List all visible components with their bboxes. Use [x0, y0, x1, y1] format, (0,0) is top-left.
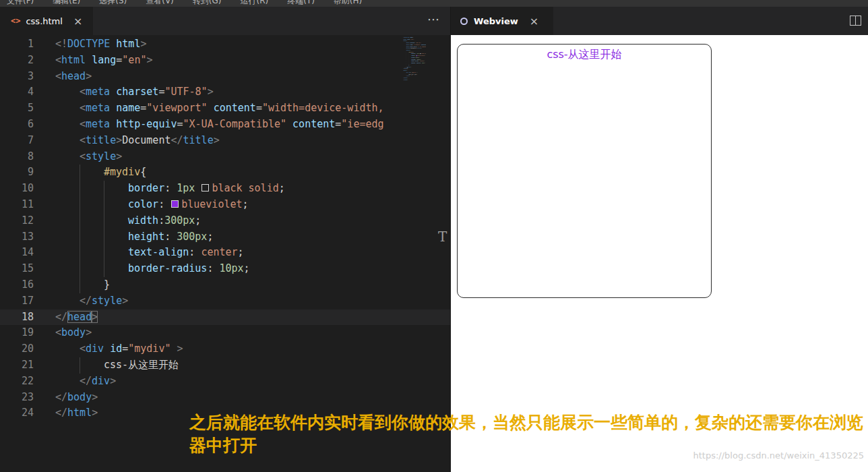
menu-item[interactable]: 查看(V): [146, 0, 174, 7]
indent-guide: [55, 261, 80, 277]
webview-icon: [460, 18, 468, 25]
indent-guide: [55, 374, 80, 390]
code-line[interactable]: 11color: blueviolet;: [0, 197, 450, 213]
indent-guide: [80, 213, 104, 229]
code-line[interactable]: 9#mydiv{: [0, 165, 450, 181]
menu-item[interactable]: 编辑(E): [53, 0, 80, 7]
code-line[interactable]: 22</div>: [0, 374, 450, 390]
code-line[interactable]: 20<div id="mydiv" >: [0, 341, 450, 357]
line-number: 3: [0, 69, 34, 85]
code-line-content: <meta charset="UTF-8">: [34, 84, 214, 100]
line-number: 13: [0, 229, 34, 245]
more-actions-icon[interactable]: ⋯: [427, 12, 439, 26]
code-line[interactable]: 6<meta http-equiv="X-UA-Compatible" cont…: [0, 117, 450, 133]
indent-guide: [55, 84, 80, 100]
close-icon[interactable]: ×: [530, 15, 538, 28]
code-line-content: <body>: [34, 325, 92, 341]
code-line[interactable]: 16}: [0, 277, 450, 293]
watermark: https://blog.csdn.net/weixin_41350225: [693, 450, 864, 461]
split-editor-icon[interactable]: [850, 16, 861, 26]
code-line-content: </body>: [34, 390, 98, 406]
line-number: 2: [0, 53, 34, 69]
code-line-content: width:300px;: [34, 213, 201, 229]
line-number: 6: [0, 117, 34, 133]
menu-item[interactable]: 转到(G): [193, 0, 222, 7]
rendered-box-text: css-从这里开始: [547, 48, 621, 61]
line-number: 16: [0, 277, 34, 293]
code-line[interactable]: 21css-从这里开始: [0, 357, 450, 374]
code-editor[interactable]: 1<!DOCTYPE html>2<html lang="en">3<head>…: [0, 35, 450, 472]
menu-item[interactable]: 选择(S): [99, 0, 127, 7]
color-swatch-black[interactable]: [202, 184, 209, 191]
menu-item[interactable]: 文件(F): [7, 0, 34, 7]
line-number: 10: [0, 181, 34, 197]
line-number: 20: [0, 341, 34, 357]
code-line-content: #mydiv{: [34, 165, 146, 181]
code-line-content: <div id="mydiv" >: [34, 341, 183, 357]
code-line[interactable]: 15border-radius: 10px;: [0, 261, 450, 277]
code-line[interactable]: 1<!DOCTYPE html>: [0, 36, 450, 53]
indent-guide: [104, 261, 128, 277]
code-line-content: height: 300px;: [34, 229, 213, 245]
code-line[interactable]: 7<title>Document</title>: [0, 133, 450, 149]
indent-guide: [55, 181, 80, 197]
line-number: 17: [0, 293, 34, 309]
code-line-content: color: blueviolet;: [34, 197, 249, 213]
line-number: 12: [0, 213, 34, 229]
code-line[interactable]: 3<head>: [0, 69, 450, 85]
code-line[interactable]: 13height: 300px;: [0, 229, 450, 245]
code-line[interactable]: 2<html lang="en">: [0, 53, 450, 69]
rendered-mydiv-box: css-从这里开始: [457, 44, 712, 298]
indent-guide: [55, 229, 80, 245]
code-line[interactable]: 23</body>: [0, 390, 450, 406]
indent-guide: [80, 357, 104, 374]
code-line[interactable]: 8<style>: [0, 149, 450, 165]
indent-guide: [55, 341, 80, 357]
tab-label: css.html: [26, 16, 62, 26]
close-icon[interactable]: ×: [73, 15, 82, 28]
indent-guide: [55, 293, 80, 309]
indent-guide: [55, 197, 80, 213]
code-line-content: }: [34, 277, 110, 293]
main-layout: <> css.html × ⋯ 1<!DOCTYPE html>2<html l…: [0, 7, 868, 472]
color-swatch-blueviolet[interactable]: [171, 200, 179, 208]
menu-item[interactable]: 帮助(H): [334, 0, 362, 7]
annotation-line-1: 之后就能在软件内实时看到你做的效果，当然只能展示一些简单的，复杂的还需要你在浏览: [189, 411, 863, 434]
code-line[interactable]: 17</style>: [0, 293, 450, 309]
line-number: 4: [0, 84, 34, 100]
webview-content: css-从这里开始: [451, 35, 868, 472]
indent-guide: [80, 181, 104, 197]
indent-guide: [55, 245, 80, 261]
line-number: 11: [0, 197, 34, 213]
indent-guide: [55, 149, 80, 165]
line-number: 19: [0, 325, 34, 341]
menu-item[interactable]: 终端(T): [287, 0, 315, 7]
indent-guide: [104, 181, 128, 197]
tab-css-html[interactable]: <> css.html ×: [0, 7, 93, 35]
webview-pane: Webview × css-从这里开始: [451, 7, 868, 472]
indent-guide: [80, 197, 104, 213]
menu-bar: 文件(F)编辑(E)选择(S)查看(V)转到(G)运行(R)终端(T)帮助(H): [0, 0, 868, 7]
code-line[interactable]: 4<meta charset="UTF-8">: [0, 84, 450, 100]
menu-item[interactable]: 运行(R): [240, 0, 268, 7]
indent-guide: [80, 245, 104, 261]
code-line-content: </html>: [34, 405, 98, 421]
tab-webview[interactable]: Webview ×: [451, 7, 553, 35]
code-lines: 1<!DOCTYPE html>2<html lang="en">3<head>…: [0, 36, 450, 421]
indent-guide: [55, 357, 80, 374]
code-line[interactable]: 5<meta name="viewport" content="width=de…: [0, 100, 450, 117]
code-line[interactable]: 19<body>: [0, 325, 450, 341]
code-line-content: </style>: [34, 293, 128, 309]
minimap[interactable]: <!DOCTYPE html><html lang="en"><head><me…: [403, 36, 426, 131]
webview-tab-bar: Webview ×: [451, 7, 868, 35]
indent-guide: [55, 165, 80, 181]
html-file-icon: <>: [11, 16, 20, 26]
code-line-content: <head>: [34, 69, 92, 85]
code-line[interactable]: 12width:300px;: [0, 213, 450, 229]
code-line[interactable]: 14text-align: center;: [0, 245, 450, 261]
code-line[interactable]: 10border: 1px black solid;: [0, 181, 450, 197]
line-number: 9: [0, 165, 34, 181]
indent-guide: [104, 197, 128, 213]
line-number: 5: [0, 100, 34, 117]
code-line[interactable]: 18</head>: [0, 309, 450, 326]
